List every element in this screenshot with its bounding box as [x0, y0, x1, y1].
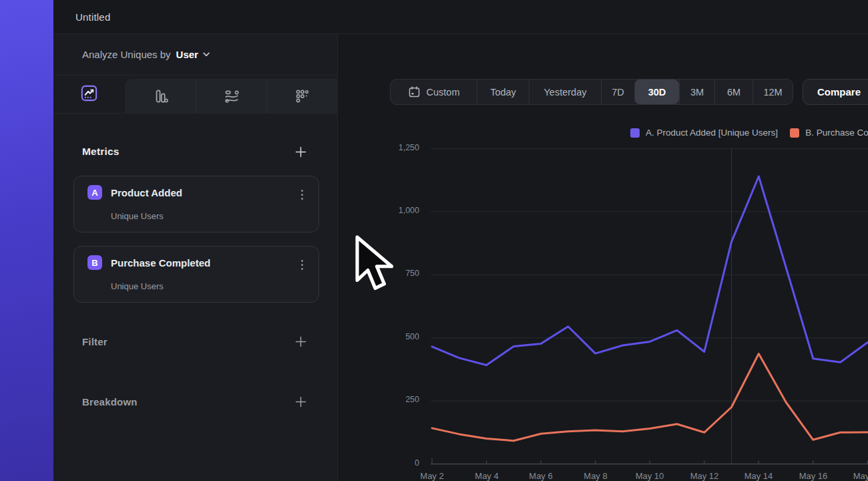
range-12m-button[interactable]: 12M: [752, 79, 793, 104]
metrics-section-header: Metrics: [53, 141, 338, 162]
app-screen: Untitled Analyze Uniques by User: [0, 0, 868, 481]
range-3m-button[interactable]: 3M: [679, 79, 714, 104]
x-tick-label: May 16: [790, 471, 837, 481]
metric-name: Purchase Completed: [111, 257, 210, 269]
range-6m-button[interactable]: 6M: [714, 79, 752, 104]
calendar-icon: [408, 86, 421, 98]
add-filter-button[interactable]: [292, 333, 308, 349]
metric-card-product-added[interactable]: A Product Added Unique Users: [73, 176, 319, 232]
legend-swatch-orange: [790, 128, 799, 138]
desktop-background: [0, 0, 53, 481]
retention-grid-icon: [294, 88, 311, 105]
analyze-by-label: Analyze Uniques by: [82, 49, 171, 60]
page-title: Untitled: [75, 11, 110, 23]
metric-badge: A: [87, 185, 102, 200]
bar-chart-icon: [152, 88, 169, 105]
range-30d-button[interactable]: 30D: [634, 79, 679, 104]
mouse-cursor: [353, 235, 401, 295]
range-7d-button[interactable]: 7D: [601, 79, 634, 104]
flows-icon: [223, 88, 240, 105]
chart-type-tabgroup: [125, 79, 338, 114]
x-tick-label: May 4: [463, 471, 510, 481]
tab-bar-chart[interactable]: [125, 79, 196, 114]
metric-options-button[interactable]: [297, 190, 306, 203]
y-tick-label: 750: [379, 269, 419, 278]
range-custom-button[interactable]: Custom: [391, 79, 477, 104]
y-tick-label: 0: [379, 458, 419, 468]
tab-flows[interactable]: [196, 79, 267, 114]
x-tick-label: May 10: [626, 471, 673, 481]
breakdown-label: Breakdown: [82, 396, 138, 408]
filter-label: Filter: [82, 336, 107, 347]
tab-line-chart[interactable]: [53, 75, 125, 110]
metric-badge: B: [87, 255, 102, 270]
analyze-by-dropdown[interactable]: User: [176, 49, 210, 60]
plus-icon: [295, 146, 306, 158]
filter-section-row: Filter: [53, 331, 338, 352]
range-today-button[interactable]: Today: [477, 79, 529, 104]
metric-card-purchase-completed[interactable]: B Purchase Completed Unique Users: [73, 246, 319, 303]
metric-name: Product Added: [111, 187, 182, 198]
analyze-by-row: Analyze Uniques by User: [53, 34, 337, 75]
legend-item-product-added: A. Product Added [Unique Users]: [630, 128, 778, 138]
metric-subtitle: Unique Users: [111, 281, 164, 291]
breakdown-section-row: Breakdown: [53, 391, 338, 412]
x-tick-label: May 6: [517, 471, 564, 481]
range-yesterday-button[interactable]: Yesterday: [529, 79, 601, 104]
y-tick-label: 250: [379, 395, 419, 404]
date-range-control: Custom Today Yesterday 7D 30D 3M 6M 12M: [390, 79, 793, 105]
x-tick-label: May 18: [844, 471, 868, 481]
compare-button[interactable]: Compare: [803, 79, 868, 105]
x-tick-label: May 2: [409, 471, 455, 481]
x-tick-label: May 14: [735, 471, 782, 481]
add-breakdown-button[interactable]: [292, 393, 308, 410]
y-tick-label: 1,250: [379, 143, 419, 152]
plus-icon: [295, 336, 306, 347]
metric-options-button[interactable]: [297, 260, 306, 273]
tab-retention-grid[interactable]: [266, 79, 338, 114]
legend-item-purchase-completed: B. Purchase Completed [Unique Users]: [790, 128, 868, 138]
analyze-by-value: User: [176, 49, 198, 60]
chart-type-tabs: [53, 75, 338, 114]
sidebar: Analyze Uniques by User: [53, 34, 338, 481]
chart-legend: A. Product Added [Unique Users] B. Purch…: [630, 128, 868, 138]
chevron-down-icon: [203, 52, 210, 57]
y-tick-label: 500: [379, 332, 419, 341]
metrics-header-label: Metrics: [82, 146, 120, 158]
y-tick-label: 1,000: [379, 206, 419, 215]
title-bar: Untitled: [53, 0, 868, 34]
add-metric-button[interactable]: [292, 144, 308, 160]
x-tick-label: May 8: [572, 471, 619, 481]
line-chart-icon: [80, 84, 98, 102]
plus-icon: [295, 396, 306, 408]
legend-swatch-purple: [630, 128, 640, 138]
metric-subtitle: Unique Users: [111, 211, 164, 221]
x-tick-label: May 12: [681, 471, 728, 481]
